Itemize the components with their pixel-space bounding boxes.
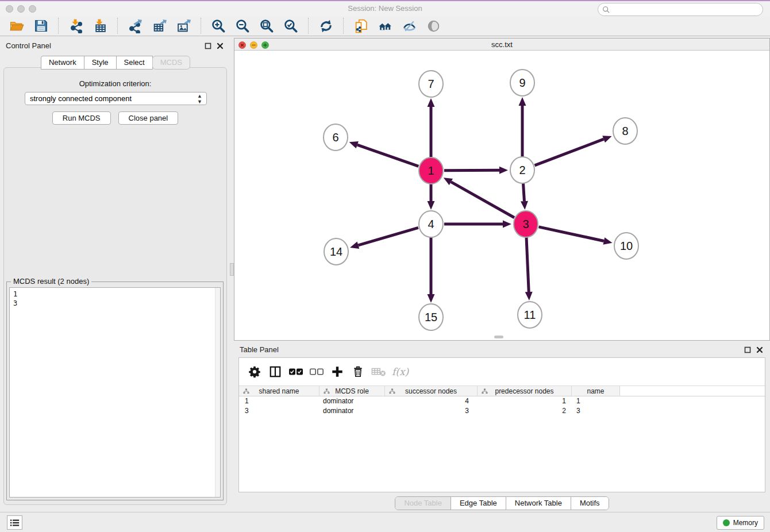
table-toolbar: f(x) bbox=[239, 358, 765, 385]
network-view-window: scc.txt 7968124314101511 bbox=[234, 38, 770, 341]
search-input[interactable] bbox=[610, 6, 763, 14]
node-label-1: 1 bbox=[428, 164, 434, 177]
run-mcds-button[interactable]: Run MCDS bbox=[52, 111, 111, 125]
search-field[interactable] bbox=[598, 3, 763, 16]
float-panel-icon[interactable] bbox=[744, 345, 751, 352]
close-panel-icon[interactable] bbox=[756, 345, 763, 352]
export-table-button[interactable] bbox=[151, 17, 168, 34]
network-from-file-button[interactable] bbox=[352, 17, 369, 34]
column-label: name bbox=[587, 387, 604, 395]
edge-arrowhead bbox=[428, 98, 435, 107]
tab-mcds[interactable]: MCDS bbox=[152, 56, 190, 70]
tab-edge-table[interactable]: Edge Table bbox=[451, 497, 506, 510]
float-panel-icon[interactable] bbox=[205, 41, 211, 48]
add-button[interactable] bbox=[330, 364, 345, 379]
network-window-titlebar[interactable]: scc.txt bbox=[234, 38, 769, 51]
tab-style[interactable]: Style bbox=[84, 56, 117, 70]
zoom-fit-button[interactable] bbox=[258, 17, 275, 34]
function-builder-button[interactable]: f(x) bbox=[392, 364, 409, 379]
birds-eye-view-icon bbox=[426, 19, 441, 33]
refresh-icon bbox=[319, 19, 333, 33]
column-header-shared-name[interactable]: shared name bbox=[239, 386, 319, 396]
edge-arrowhead bbox=[519, 97, 526, 106]
table-options-button[interactable] bbox=[247, 364, 262, 379]
deselect-all-button[interactable] bbox=[309, 364, 324, 379]
import-network-icon bbox=[69, 19, 83, 33]
memory-button[interactable]: Memory bbox=[717, 516, 764, 530]
import-table-icon bbox=[93, 19, 107, 33]
delete-button[interactable] bbox=[351, 364, 365, 379]
export-image-button[interactable] bbox=[175, 17, 192, 34]
function-builder-icon: f(x) bbox=[392, 366, 409, 377]
table-row[interactable]: 1dominator411 bbox=[239, 396, 765, 406]
table-row[interactable]: 3dominator323 bbox=[239, 406, 765, 416]
toolbar-separator bbox=[201, 18, 201, 34]
mcds-result-scrollbar[interactable] bbox=[215, 288, 220, 497]
control-panel-title: Control Panel bbox=[6, 41, 51, 50]
table-cell: 4 bbox=[385, 396, 478, 406]
edge-3-11[interactable] bbox=[526, 237, 529, 292]
network-window-title: scc.txt bbox=[234, 40, 769, 49]
column-header-successor-nodes[interactable]: successor nodes bbox=[385, 386, 478, 396]
edge-4-14[interactable] bbox=[358, 228, 418, 245]
hide-graphics-details-button[interactable] bbox=[401, 17, 418, 34]
toolbar-separator bbox=[308, 18, 309, 34]
edge-arrowhead bbox=[428, 201, 435, 210]
splitter-handle[interactable] bbox=[230, 263, 234, 276]
tab-select[interactable]: Select bbox=[116, 56, 153, 70]
edge-1-6[interactable] bbox=[357, 145, 419, 166]
close-panel-icon[interactable] bbox=[217, 41, 224, 48]
tree-icon bbox=[243, 388, 249, 395]
zoom-in-button[interactable] bbox=[210, 17, 227, 34]
edge-3-1[interactable] bbox=[451, 182, 514, 218]
select-all-icon bbox=[288, 365, 303, 378]
column-header-predecessor-nodes[interactable]: predecessor nodes bbox=[478, 386, 572, 396]
column-header-name[interactable]: name bbox=[572, 386, 620, 396]
network-horizontal-scrollbar[interactable] bbox=[494, 336, 503, 338]
network-canvas[interactable]: 7968124314101511 bbox=[234, 51, 769, 340]
tab-network[interactable]: Network bbox=[41, 56, 84, 70]
mcds-result-text[interactable]: 13 bbox=[9, 287, 221, 498]
table-cell: 2 bbox=[478, 406, 572, 416]
zoom-in-icon bbox=[211, 19, 226, 33]
select-all-button[interactable] bbox=[288, 364, 303, 379]
tree-icon bbox=[389, 388, 395, 395]
column-header-MCDS-role[interactable]: MCDS role bbox=[319, 386, 385, 396]
open-file-button[interactable] bbox=[8, 17, 25, 34]
zoom-out-button[interactable] bbox=[234, 17, 251, 34]
refresh-button[interactable] bbox=[317, 17, 334, 34]
table-cell: 3 bbox=[572, 406, 620, 416]
import-network-button[interactable] bbox=[67, 17, 84, 34]
zoom-selected-button[interactable] bbox=[282, 17, 299, 34]
edge-2-8[interactable] bbox=[535, 139, 604, 165]
control-panel: Control Panel NetworkStyleSelectMCDS Opt… bbox=[0, 38, 230, 511]
tab-network-table[interactable]: Network Table bbox=[506, 497, 571, 510]
export-network-button[interactable] bbox=[126, 17, 144, 34]
edge-3-10[interactable] bbox=[538, 227, 603, 241]
import-table-button[interactable] bbox=[91, 17, 109, 34]
close-panel-button[interactable]: Close panel bbox=[118, 111, 179, 125]
delete-icon bbox=[352, 365, 364, 378]
node-label-15: 15 bbox=[425, 311, 437, 323]
birds-eye-view-button[interactable] bbox=[425, 17, 442, 34]
criterion-dropdown[interactable]: strongly connected component ▲▼ bbox=[25, 92, 207, 105]
node-label-4: 4 bbox=[428, 218, 434, 230]
mcds-tab-panel: Optimization criterion: strongly connect… bbox=[3, 67, 227, 505]
edge-2-3[interactable] bbox=[523, 183, 524, 201]
optimization-criterion-label: Optimization criterion: bbox=[4, 79, 226, 88]
column-label: successor nodes bbox=[405, 387, 457, 395]
table-cell: dominator bbox=[319, 396, 385, 406]
table-cell: dominator bbox=[319, 406, 385, 416]
show-network-overview-icon bbox=[378, 19, 392, 33]
split-view-button[interactable] bbox=[268, 364, 283, 379]
tab-motifs[interactable]: Motifs bbox=[571, 497, 609, 510]
edge-arrowhead bbox=[603, 237, 613, 245]
edge-1-2[interactable] bbox=[444, 170, 499, 171]
tab-node-table[interactable]: Node Table bbox=[395, 497, 451, 510]
toolbar-separator bbox=[58, 18, 59, 34]
delete-table-button[interactable] bbox=[371, 364, 386, 379]
show-panels-list-button[interactable] bbox=[7, 515, 22, 530]
table-options-icon bbox=[248, 365, 261, 378]
save-session-button[interactable] bbox=[32, 17, 49, 34]
show-network-overview-button[interactable] bbox=[376, 17, 394, 34]
